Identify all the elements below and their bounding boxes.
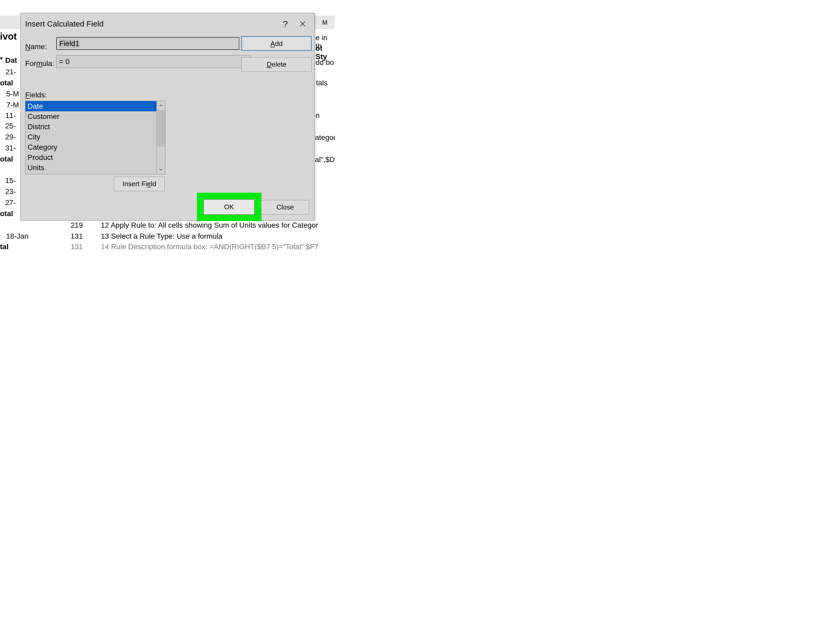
dialog-titlebar: Insert Calculated Field ?	[21, 13, 314, 29]
subtotal-label: otal	[0, 79, 13, 87]
field-item[interactable]: City	[25, 132, 156, 142]
cell[interactable]: 29-	[5, 133, 16, 141]
add-button[interactable]: Add	[242, 36, 311, 51]
cell[interactable]: 25-	[5, 122, 16, 130]
insert-field-button[interactable]: Insert Field	[114, 177, 165, 191]
cell[interactable]: 11-	[5, 111, 16, 120]
cell[interactable]: 21-	[6, 68, 16, 76]
name-combo	[56, 37, 251, 50]
subtotal-label: tal	[0, 243, 9, 250]
fields-listbox: Date Customer District City Category Pro…	[25, 101, 165, 174]
text-fragment: dd bo	[316, 58, 334, 67]
scroll-up-button[interactable]	[157, 101, 165, 110]
fields-label: Fields:	[25, 91, 47, 99]
insert-calculated-field-dialog: Insert Calculated Field ? Name: Formula:…	[20, 13, 315, 221]
fields-scrollbar[interactable]	[156, 101, 165, 174]
field-item[interactable]: Product	[25, 152, 156, 162]
help-button[interactable]: ?	[278, 17, 292, 31]
scroll-track[interactable]	[157, 110, 165, 165]
field-item[interactable]: District	[25, 121, 156, 132]
name-input[interactable]	[57, 37, 239, 50]
close-button[interactable]: Close	[261, 200, 309, 214]
cell[interactable]: 5-M	[6, 90, 19, 98]
name-label: Name:	[25, 43, 47, 51]
cell[interactable]: 7-M	[6, 101, 19, 109]
text-fragment: ategor	[315, 133, 335, 142]
cell[interactable]: 27-	[5, 198, 16, 207]
ok-button[interactable]: OK	[203, 199, 255, 215]
cell[interactable]: 131	[71, 243, 83, 250]
scroll-thumb[interactable]	[157, 110, 165, 147]
delete-button[interactable]: Delete	[242, 57, 311, 72]
filter-dropdown-icon[interactable]: ▾	[0, 55, 3, 61]
text-fragment: tals	[316, 79, 327, 87]
formula-label: Formula:	[25, 59, 54, 68]
field-item[interactable]: Customer	[25, 111, 156, 121]
field-item[interactable]: Date	[25, 101, 156, 111]
dialog-title: Insert Calculated Field	[25, 19, 104, 28]
text-fragment: al",$D7	[315, 156, 335, 164]
title-fragment: ivot	[0, 31, 17, 42]
cell[interactable]: 131	[71, 232, 83, 241]
cell[interactable]: 13 Select a Rule Type: Use a formula	[101, 232, 222, 241]
subtotal-label: otal	[0, 210, 13, 218]
cell[interactable]: 12 Apply Rule to: All cells showing Sum …	[101, 221, 318, 230]
subtotal-label: otal	[0, 155, 13, 163]
fields-list[interactable]: Date Customer District City Category Pro…	[25, 101, 156, 174]
text-fragment: n	[316, 111, 320, 120]
cell[interactable]: 31-	[5, 144, 16, 152]
column-header-m[interactable]: M	[315, 16, 335, 29]
chevron-up-icon	[159, 104, 162, 107]
scroll-down-button[interactable]	[157, 165, 165, 174]
field-item[interactable]: Units	[25, 162, 156, 173]
cell[interactable]: 23-	[5, 187, 16, 196]
close-icon[interactable]	[296, 17, 310, 31]
chevron-down-icon	[159, 169, 162, 171]
cell[interactable]: 15-	[5, 176, 16, 185]
cell[interactable]: 219	[71, 221, 83, 230]
header-col2: Dat	[5, 56, 17, 65]
formula-input[interactable]	[56, 55, 251, 68]
field-item[interactable]: Category	[25, 142, 156, 152]
cell[interactable]: 14 Rule Description formula box: =AND(RI…	[101, 243, 318, 250]
cell[interactable]: 18-Jan	[6, 232, 28, 241]
field-item[interactable]: Price	[25, 173, 156, 174]
